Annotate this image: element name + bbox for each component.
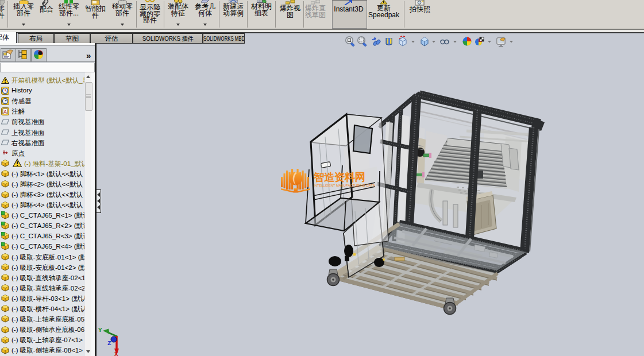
svg-text:Z: Z bbox=[107, 340, 111, 347]
svg-text:智造资料网: 智造资料网 bbox=[313, 171, 365, 183]
svg-text:Y: Y bbox=[98, 327, 102, 334]
svg-text:X: X bbox=[114, 351, 118, 356]
svg-text:INTELLIGENT MANUFACTURING DATA: INTELLIGENT MANUFACTURING DATA bbox=[314, 184, 375, 187]
